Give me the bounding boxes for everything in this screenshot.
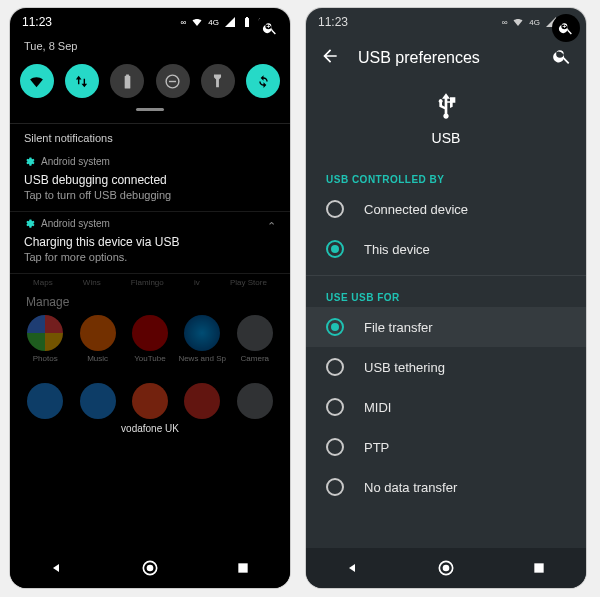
qs-tile-wifi[interactable] [20, 64, 54, 98]
magnify-badge[interactable] [256, 14, 284, 42]
app-music[interactable]: Music [72, 315, 122, 363]
notif-sub: Tap to turn off USB debugging [24, 189, 276, 201]
qs-tile-flashlight[interactable] [201, 64, 235, 98]
gear-icon [24, 156, 35, 167]
dock-camera[interactable] [230, 383, 280, 419]
usb-hero-label: USB [432, 130, 461, 146]
radio-usb-tethering[interactable]: USB tethering [306, 347, 586, 387]
qs-tile-data[interactable] [65, 64, 99, 98]
notif-sub: Tap for more options. [24, 251, 276, 263]
wifi-icon [512, 16, 524, 28]
gear-icon [24, 218, 35, 229]
app-drawer: Maps Wins Flamingo iv Play Store Manage … [10, 274, 290, 548]
nav-back[interactable] [342, 557, 364, 579]
radio-icon [326, 358, 344, 376]
phone-usb-preferences: 11:23 ∞ 4G USB preferences USB USB CONTR… [306, 8, 586, 588]
clock: 11:23 [318, 15, 348, 29]
svg-point-6 [443, 565, 450, 572]
page-title: USB preferences [358, 49, 534, 67]
notif-source-label: Android system [41, 218, 110, 229]
carrier-label: vodafone UK [18, 419, 282, 436]
notif-title: Charging this device via USB [24, 235, 276, 249]
dock-phone[interactable] [20, 383, 70, 419]
usb-icon [430, 92, 462, 124]
svg-rect-1 [169, 80, 176, 81]
qs-header: Tue, 8 Sep [10, 36, 290, 60]
radio-label: PTP [364, 440, 389, 455]
back-button[interactable] [320, 46, 340, 70]
notification-usb-debugging[interactable]: Android system USB debugging connected T… [10, 150, 290, 212]
nav-home[interactable] [435, 557, 457, 579]
svg-rect-4 [239, 563, 248, 572]
signal-icon [224, 16, 236, 28]
qs-tile-auto-rotate[interactable] [246, 64, 280, 98]
quick-settings-row [10, 60, 290, 108]
radio-label: Connected device [364, 202, 468, 217]
nav-recents[interactable] [528, 557, 550, 579]
radio-this-device[interactable]: This device [306, 229, 586, 269]
app-bar: USB preferences [306, 36, 586, 80]
radio-no-data-transfer[interactable]: No data transfer [306, 467, 586, 507]
dock-brave[interactable] [125, 383, 175, 419]
nav-home[interactable] [139, 557, 161, 579]
manage-label[interactable]: Manage [18, 293, 282, 315]
dock-messages[interactable] [72, 383, 122, 419]
radio-icon [326, 240, 344, 258]
radio-icon [326, 398, 344, 416]
svg-point-3 [147, 565, 154, 572]
navigation-bar [10, 548, 290, 588]
radio-icon [326, 200, 344, 218]
radio-icon [326, 318, 344, 336]
radio-icon [326, 478, 344, 496]
qs-expand-handle[interactable] [136, 108, 164, 111]
radio-connected-device[interactable]: Connected device [306, 189, 586, 229]
qs-tile-battery-saver[interactable] [110, 64, 144, 98]
radio-ptp[interactable]: PTP [306, 427, 586, 467]
date-label: Tue, 8 Sep [24, 40, 77, 52]
svg-rect-7 [535, 563, 544, 572]
navigation-bar [306, 548, 586, 588]
qs-tile-dnd[interactable] [156, 64, 190, 98]
net-label: 4G [529, 18, 540, 27]
app-news[interactable]: News and Sport [177, 315, 227, 363]
net-label: 4G [208, 18, 219, 27]
divider [306, 275, 586, 276]
app-camera[interactable]: Camera [230, 315, 280, 363]
clock: 11:23 [22, 15, 52, 29]
radio-label: No data transfer [364, 480, 457, 495]
status-bar: 11:23 ∞ 4G 64% [10, 8, 290, 36]
app-youtube[interactable]: YouTube [125, 315, 175, 363]
app-photos[interactable]: Photos [20, 315, 70, 363]
wifi-icon [191, 16, 203, 28]
usb-hero: USB [306, 80, 586, 164]
nav-recents[interactable] [232, 557, 254, 579]
radio-label: USB tethering [364, 360, 445, 375]
chevron-up-icon[interactable]: ⌃ [267, 220, 276, 233]
battery-icon [241, 16, 253, 28]
radio-label: File transfer [364, 320, 433, 335]
app-row-labels: Maps Wins Flamingo iv Play Store [18, 278, 282, 287]
dock-gmail[interactable] [177, 383, 227, 419]
status-bar: 11:23 ∞ 4G [306, 8, 586, 36]
radio-icon [326, 438, 344, 456]
search-button[interactable] [552, 46, 572, 70]
section-head-use-usb-for: USE USB FOR [306, 282, 586, 307]
phone-notifications-shade: 11:23 ∞ 4G 64% Tue, 8 Sep Silent notific… [10, 8, 290, 588]
radio-midi[interactable]: MIDI [306, 387, 586, 427]
section-head-controlled-by: USB CONTROLLED BY [306, 164, 586, 189]
radio-label: MIDI [364, 400, 391, 415]
notif-source-label: Android system [41, 156, 110, 167]
notification-usb-charging[interactable]: ⌃ Android system Charging this device vi… [10, 212, 290, 274]
silent-section-label: Silent notifications [10, 126, 290, 150]
notif-title: USB debugging connected [24, 173, 276, 187]
radio-label: This device [364, 242, 430, 257]
magnify-badge[interactable] [552, 14, 580, 42]
radio-file-transfer[interactable]: File transfer [306, 307, 586, 347]
nav-back[interactable] [46, 557, 68, 579]
